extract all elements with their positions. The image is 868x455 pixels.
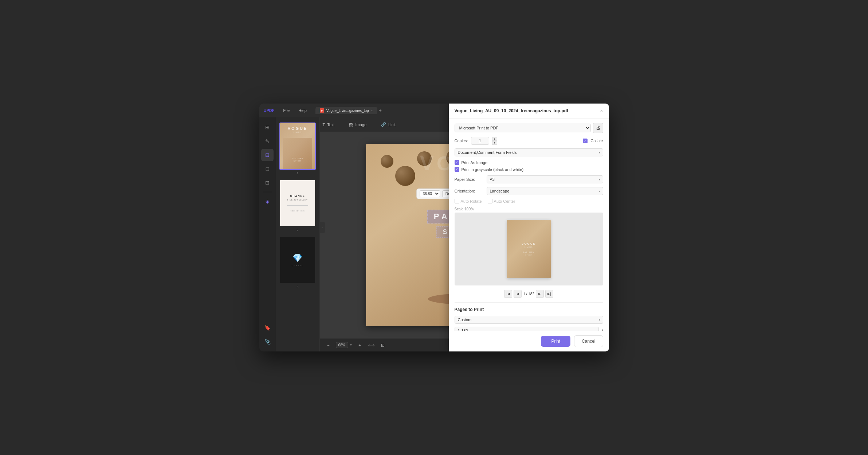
- tab-document[interactable]: P Vogue_Livin...gazines_top ×: [315, 107, 377, 114]
- copies-down-btn[interactable]: ▼: [492, 141, 497, 145]
- preview-prev-btn[interactable]: ◀: [514, 290, 522, 298]
- sidebar-crop[interactable]: ⊡: [261, 176, 274, 189]
- preview-living-text: LIVING: [525, 246, 533, 248]
- thumbnail-panel: VOGUE LIVING PARISIANSPIRIT 1 CHANEL FIN…: [276, 117, 320, 351]
- print-preview: VOGUE LIVING PARISIAN SPIRIT: [455, 213, 603, 285]
- print-dialog-footer: Print Cancel: [449, 331, 609, 351]
- preview-image: VOGUE LIVING PARISIAN SPIRIT: [507, 220, 551, 278]
- auto-options-row: Auto Rotate Auto Center: [455, 199, 603, 203]
- auto-rotate-checkbox[interactable]: [455, 199, 459, 203]
- zoom-in-btn[interactable]: +: [355, 341, 364, 350]
- collate-checkbox[interactable]: ✓: [583, 139, 588, 143]
- paper-size-select[interactable]: A3: [487, 175, 603, 183]
- printer-settings-btn[interactable]: 🖨: [593, 123, 603, 133]
- menu-file[interactable]: File: [280, 108, 292, 113]
- paper-size-label: Paper Size:: [455, 177, 484, 182]
- print-dialog: Vogue_Living_AU_09_10_2024_freemagazines…: [449, 104, 609, 351]
- print-dialog-title: Vogue_Living_AU_09_10_2024_freemagazines…: [455, 108, 569, 113]
- print-as-image-row: ✓ Print As Image: [455, 160, 603, 165]
- document-type-row: Document,Comment,Form Fields: [455, 148, 603, 156]
- preview-first-btn[interactable]: |◀: [504, 290, 512, 298]
- thumbnail-3[interactable]: 💎 CHANEL 3: [276, 234, 319, 291]
- paper-size-row: Paper Size: A3: [455, 175, 603, 183]
- pages-range-input[interactable]: [455, 327, 599, 331]
- sidebar-comment[interactable]: ⊟: [261, 149, 274, 161]
- preview-vogue-text: VOGUE: [522, 242, 536, 245]
- print-grayscale-row: ✓ Print in grayscale (black and white): [455, 167, 603, 172]
- image-tool-btn[interactable]: 🖼 Image: [346, 121, 369, 128]
- copies-label: Copies:: [455, 139, 468, 143]
- print-grayscale-checkbox[interactable]: ✓: [455, 167, 459, 172]
- thumb-img-2: CHANEL FINE JEWELLERY COLLECTIONS: [279, 179, 316, 227]
- tab-label: Vogue_Livin...gazines_top: [326, 109, 369, 113]
- sidebar-pages[interactable]: ⊞: [261, 121, 274, 133]
- paper-size-select-wrap: A3: [487, 175, 603, 183]
- main-layout: ⊞ ✎ ⊟ □ ⊡ ◈ 🔖 📎 VOGUE LIVING PARISIANSPI…: [259, 117, 609, 351]
- auto-center-label: Auto Center: [494, 199, 515, 203]
- zoom-out-btn[interactable]: −: [324, 341, 333, 350]
- thumb-label-2: 2: [296, 228, 298, 232]
- preview-parisian-text: PARISIAN: [523, 251, 534, 253]
- orientation-row: Orientation: Landscape: [455, 187, 603, 195]
- preview-page-container: VOGUE LIVING PARISIAN SPIRIT: [507, 220, 551, 278]
- custom-select[interactable]: Custom: [455, 316, 603, 324]
- preview-last-btn[interactable]: ▶|: [545, 290, 553, 298]
- thumbnail-2[interactable]: CHANEL FINE JEWELLERY COLLECTIONS 2: [276, 177, 319, 234]
- tab-add-btn[interactable]: +: [379, 108, 382, 113]
- fit-width-btn[interactable]: ⟺: [367, 341, 376, 350]
- app-logo: UPDF: [264, 108, 275, 113]
- copies-row: Copies: ▲ ▼ ✓ Collate: [455, 137, 603, 145]
- scale-row: Scale:100%: [455, 207, 603, 211]
- zoom-value[interactable]: 68%: [336, 342, 348, 348]
- pages-to-print-label: Pages to Print: [455, 307, 603, 312]
- copies-stepper: ▲ ▼: [492, 137, 497, 145]
- print-dialog-header: Vogue_Living_AU_09_10_2024_freemagazines…: [449, 104, 609, 118]
- auto-center-checkbox[interactable]: [488, 199, 492, 203]
- custom-select-wrap: Custom: [455, 316, 603, 324]
- print-as-image-checkbox[interactable]: ✓: [455, 160, 459, 165]
- printer-row: Microsoft Print to PDF 🖨: [455, 123, 603, 133]
- thumb-label-1: 1: [296, 171, 298, 175]
- print-grayscale-label: Print in grayscale (black and white): [462, 167, 524, 172]
- document-select-wrap: Document,Comment,Form Fields: [455, 148, 603, 156]
- sidebar-layers[interactable]: ◈: [261, 195, 274, 207]
- link-tool-btn[interactable]: 🔗 Link: [378, 121, 398, 128]
- document-type-select[interactable]: Document,Comment,Form Fields: [455, 148, 603, 156]
- printer-select[interactable]: Microsoft Print to PDF: [455, 124, 591, 132]
- print-as-image-label: Print As Image: [462, 160, 488, 165]
- sidebar-divider: [263, 192, 272, 192]
- thumb-label-3: 3: [296, 285, 298, 289]
- pdf-icon: P: [320, 108, 324, 113]
- collate-label: Collate: [590, 139, 603, 143]
- cancel-btn[interactable]: Cancel: [574, 335, 603, 347]
- section-divider-1: [455, 302, 603, 303]
- zoom-dropdown-icon[interactable]: ▼: [350, 343, 353, 347]
- orientation-label: Orientation:: [455, 189, 484, 193]
- print-dialog-body: Microsoft Print to PDF 🖨 Copies: ▲ ▼ ✓ C…: [449, 118, 609, 331]
- thumb-img-1: VOGUE LIVING PARISIANSPIRIT: [279, 122, 316, 170]
- tab-close-btn[interactable]: ×: [371, 109, 373, 112]
- zoom-display: 68% ▼: [336, 342, 353, 348]
- fit-page-btn[interactable]: ⊡: [378, 341, 387, 350]
- lamp-3: [381, 155, 393, 168]
- sidebar-attachment[interactable]: 📎: [261, 335, 274, 348]
- preview-next-btn[interactable]: ▶: [536, 290, 544, 298]
- image-icon: 🖼: [349, 122, 353, 127]
- pages-range-row: ℹ: [455, 327, 603, 331]
- panel-collapse-btn[interactable]: ‹: [320, 222, 325, 233]
- text-tool-btn[interactable]: T Text: [320, 121, 338, 128]
- sidebar-bookmark2[interactable]: 🔖: [261, 322, 274, 334]
- thumbnail-1[interactable]: VOGUE LIVING PARISIANSPIRIT 1: [276, 120, 319, 177]
- copies-input[interactable]: [471, 137, 489, 145]
- sidebar-edit[interactable]: ✎: [261, 135, 274, 147]
- paper-orient-section: Paper Size: A3 Orientation: Landscape: [455, 175, 603, 195]
- copies-up-btn[interactable]: ▲: [492, 137, 497, 141]
- sidebar-bookmark[interactable]: □: [261, 163, 274, 175]
- auto-rotate-label: Auto Rotate: [461, 199, 482, 203]
- font-size-select[interactable]: 36.83: [420, 190, 440, 197]
- thumb-img-3: 💎 CHANEL: [279, 236, 316, 284]
- print-dialog-close[interactable]: ×: [600, 108, 603, 114]
- print-btn[interactable]: Print: [541, 336, 570, 347]
- orientation-select[interactable]: Landscape: [487, 187, 603, 195]
- menu-help[interactable]: Help: [295, 108, 310, 113]
